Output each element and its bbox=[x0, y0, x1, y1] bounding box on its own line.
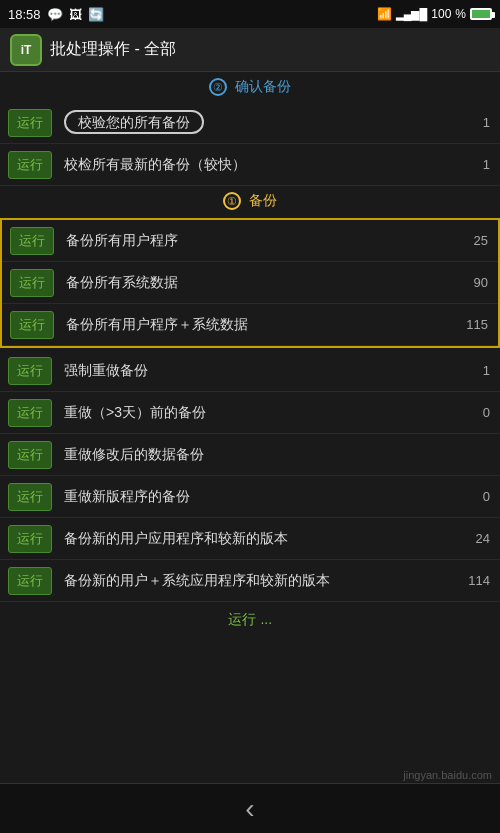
circle-num-backup: ① bbox=[223, 192, 241, 210]
table-row: 运行 校验您的所有备份 1 bbox=[0, 102, 500, 144]
table-row: 运行 强制重做备份 1 bbox=[0, 350, 500, 392]
row-label-backup-5: 重做（>3天）前的备份 bbox=[60, 400, 470, 426]
table-row: 运行 重做（>3天）前的备份 0 bbox=[0, 392, 500, 434]
row-count-backup-3: 115 bbox=[456, 317, 498, 332]
row-label-backup-2: 备份所有系统数据 bbox=[62, 270, 464, 296]
table-row: 运行 重做新版程序的备份 0 bbox=[0, 476, 500, 518]
section-label-backup: 备份 bbox=[249, 192, 277, 208]
run-button-backup-7[interactable]: 运行 bbox=[8, 483, 52, 511]
row-label-backup-8: 备份新的用户应用程序和较新的版本 bbox=[60, 526, 466, 552]
oval-highlight: 校验您的所有备份 bbox=[64, 110, 204, 134]
section-label-confirm: 确认备份 bbox=[235, 78, 291, 94]
run-button-backup-2[interactable]: 运行 bbox=[10, 269, 54, 297]
row-count-backup-1: 25 bbox=[464, 233, 498, 248]
row-count-backup-2: 90 bbox=[464, 275, 498, 290]
more-label: 运行 bbox=[228, 611, 256, 627]
section-header-confirm: ② 确认备份 bbox=[0, 72, 500, 102]
sync-icon: 🔄 bbox=[88, 7, 104, 22]
row-label-backup-6: 重做修改后的数据备份 bbox=[60, 442, 470, 468]
app-icon: iT bbox=[10, 34, 42, 66]
circle-num-confirm: ② bbox=[209, 78, 227, 96]
row-label-backup-1: 备份所有用户程序 bbox=[62, 228, 464, 254]
section-header-backup: ① 备份 bbox=[0, 186, 500, 216]
row-count-backup-5: 0 bbox=[470, 405, 500, 420]
table-row: 运行 备份所有用户程序 25 bbox=[2, 220, 498, 262]
row-label-backup-4: 强制重做备份 bbox=[60, 358, 470, 384]
battery-percent: 100 bbox=[431, 7, 451, 21]
run-button-backup-3[interactable]: 运行 bbox=[10, 311, 54, 339]
status-bar: 18:58 💬 🖼 🔄 📶 ▂▄▆█ 100 % bbox=[0, 0, 500, 28]
main-content: ② 确认备份 运行 校验您的所有备份 1 运行 校检所有最新的备份（较快） 1 … bbox=[0, 72, 500, 783]
back-button[interactable]: ‹ bbox=[225, 785, 274, 833]
run-button-backup-8[interactable]: 运行 bbox=[8, 525, 52, 553]
run-button-backup-5[interactable]: 运行 bbox=[8, 399, 52, 427]
table-row: 运行 备份所有系统数据 90 bbox=[2, 262, 498, 304]
row-count-backup-4: 1 bbox=[470, 363, 500, 378]
time-display: 18:58 bbox=[8, 7, 41, 22]
table-row: 运行 备份新的用户＋系统应用程序和较新的版本 114 bbox=[0, 560, 500, 602]
row-label-backup-3: 备份所有用户程序＋系统数据 bbox=[62, 312, 456, 338]
highlighted-group: 运行 备份所有用户程序 25 运行 备份所有系统数据 90 运行 备份所有用户程… bbox=[0, 218, 500, 348]
watermark: jingyan.baidu.com bbox=[403, 769, 492, 781]
row-label-backup-9: 备份新的用户＋系统应用程序和较新的版本 bbox=[60, 568, 458, 594]
run-button-confirm-2[interactable]: 运行 bbox=[8, 151, 52, 179]
run-button-backup-1[interactable]: 运行 bbox=[10, 227, 54, 255]
row-label-confirm-1: 校验您的所有备份 bbox=[60, 110, 470, 136]
signal-bars: ▂▄▆█ bbox=[396, 8, 428, 21]
bottom-nav: ‹ bbox=[0, 783, 500, 833]
image-icon: 🖼 bbox=[69, 7, 82, 22]
message-icon: 💬 bbox=[47, 7, 63, 22]
table-row: 运行 校检所有最新的备份（较快） 1 bbox=[0, 144, 500, 186]
run-button-backup-4[interactable]: 运行 bbox=[8, 357, 52, 385]
title-bar: iT 批处理操作 - 全部 bbox=[0, 28, 500, 72]
run-button-backup-9[interactable]: 运行 bbox=[8, 567, 52, 595]
page-title: 批处理操作 - 全部 bbox=[50, 39, 176, 60]
more-section: 运行 ... bbox=[0, 602, 500, 637]
run-button-backup-6[interactable]: 运行 bbox=[8, 441, 52, 469]
row-count-confirm-1: 1 bbox=[470, 115, 500, 130]
table-row: 运行 重做修改后的数据备份 bbox=[0, 434, 500, 476]
row-count-confirm-2: 1 bbox=[470, 157, 500, 172]
row-count-backup-9: 114 bbox=[458, 573, 500, 588]
row-label-confirm-2: 校检所有最新的备份（较快） bbox=[60, 152, 470, 178]
row-label-backup-7: 重做新版程序的备份 bbox=[60, 484, 470, 510]
row-count-backup-8: 24 bbox=[466, 531, 500, 546]
run-button-confirm-1[interactable]: 运行 bbox=[8, 109, 52, 137]
row-count-backup-7: 0 bbox=[470, 489, 500, 504]
table-row: 运行 备份所有用户程序＋系统数据 115 bbox=[2, 304, 498, 346]
wifi-icon: 📶 bbox=[377, 7, 392, 21]
battery-icon bbox=[470, 8, 492, 20]
table-row: 运行 备份新的用户应用程序和较新的版本 24 bbox=[0, 518, 500, 560]
